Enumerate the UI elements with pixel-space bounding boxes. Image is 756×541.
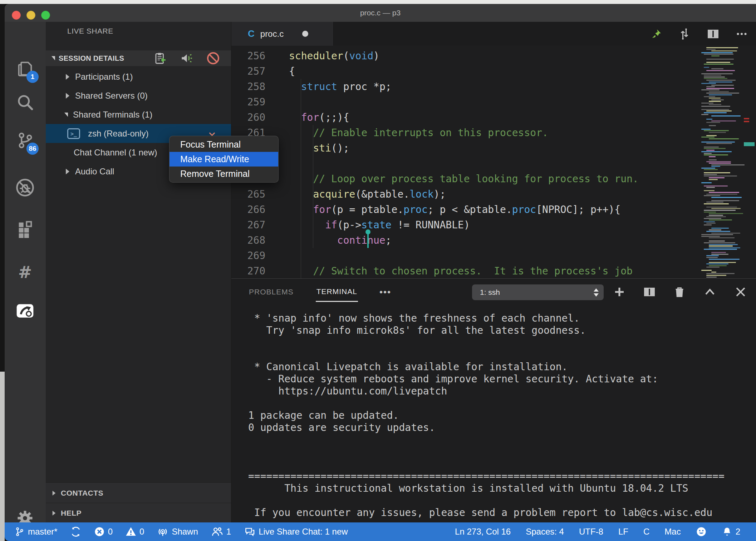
status-bar: master*00Shawn1Live Share Chat: 1 new Ln… xyxy=(5,522,756,541)
activity-item-slack[interactable]: # xyxy=(14,262,36,283)
code-line[interactable]: 267 if(p->state != RUNNABLE) xyxy=(231,217,756,233)
sidebar-section-contacts[interactable]: CONTACTS xyxy=(46,482,231,503)
status-utf-8[interactable]: UTF-8 xyxy=(579,527,603,537)
code-line[interactable]: 266 for(p = ptable.proc; p < &ptable.pro… xyxy=(231,202,756,217)
pin-icon[interactable] xyxy=(650,28,662,40)
status-1[interactable]: 1 xyxy=(211,526,231,538)
sidebar-section-help[interactable]: HELP xyxy=(46,503,231,523)
tree-item-shared-servers-0-[interactable]: Shared Servers (0) xyxy=(46,86,231,105)
compare-changes-icon[interactable] xyxy=(678,28,691,40)
split-terminal-icon[interactable] xyxy=(643,286,656,298)
minimap-line xyxy=(704,218,721,219)
panel-more-icon[interactable]: ••• xyxy=(379,287,391,298)
screen: proc.c — p3 186# LIVE SHARE SESSION DETA… xyxy=(0,0,756,541)
activity-item-live-share[interactable] xyxy=(14,300,36,322)
minimap-line xyxy=(711,233,740,234)
tab-filename: proc.c xyxy=(260,29,284,39)
status-smiley[interactable] xyxy=(696,526,707,537)
activity-item-debug[interactable] xyxy=(14,177,36,198)
debug-disabled-icon xyxy=(15,178,35,197)
more-actions-icon[interactable] xyxy=(735,28,748,40)
chevron-expanded-icon xyxy=(64,113,68,117)
kill-terminal-icon[interactable] xyxy=(673,286,686,298)
maximize-panel-icon[interactable] xyxy=(703,285,717,299)
activity-item-source-control[interactable]: 86 xyxy=(14,130,36,151)
status-mac[interactable]: Mac xyxy=(664,527,681,537)
tree-item-shared-terminals-1-[interactable]: Shared Terminals (1) xyxy=(46,105,231,124)
minimap-line xyxy=(706,70,735,71)
status-live[interactable]: Live Share Chat: 1 new xyxy=(244,526,348,537)
split-editor-icon[interactable] xyxy=(707,28,720,40)
tree-item-label: Shared Terminals (1) xyxy=(73,110,152,120)
menu-item-focus-terminal[interactable]: Focus Terminal xyxy=(170,137,278,152)
minimap-line xyxy=(704,195,720,196)
code-editor[interactable]: 256scheduler(void)257{258 struct proc *p… xyxy=(231,46,756,278)
branch-icon xyxy=(15,527,25,537)
terminal-output[interactable]: * 'snap info' now shows the freshness of… xyxy=(248,312,725,531)
code-line[interactable]: 258 struct proc *p; xyxy=(231,79,756,94)
terminal-panel: PROBLEMSTERMINAL••• 1: ssh * 'snap info'… xyxy=(231,278,756,522)
clipboard-copy-icon[interactable] xyxy=(153,51,167,65)
activity-item-extensions[interactable] xyxy=(14,218,36,239)
panel-tab-terminal[interactable]: TERMINAL xyxy=(316,282,358,302)
status-0[interactable]: 0 xyxy=(126,526,144,537)
code-line[interactable]: 264 // Loop over process table looking f… xyxy=(231,171,756,187)
code-line[interactable]: 263 xyxy=(231,156,756,171)
status-spaces[interactable]: Spaces: 4 xyxy=(526,527,564,537)
minimap-line xyxy=(711,68,723,69)
minimap-line xyxy=(701,236,720,237)
activity-item-search[interactable] xyxy=(14,91,36,113)
code-line[interactable]: 269 xyxy=(231,248,756,263)
warning-icon xyxy=(126,526,136,537)
minimap-line xyxy=(706,161,731,162)
session-details-header[interactable]: SESSION DETAILS xyxy=(46,50,231,66)
title-bar[interactable]: proc.c — p3 xyxy=(5,4,756,22)
menu-item-remove-terminal[interactable]: Remove Terminal xyxy=(170,167,278,181)
status-2[interactable]: 2 xyxy=(722,526,740,537)
code-line[interactable]: 257{ xyxy=(231,64,756,79)
live-share-icon xyxy=(15,301,35,321)
code-line[interactable]: 256scheduler(void) xyxy=(231,48,756,64)
activity-item-explorer[interactable]: 1 xyxy=(14,58,36,79)
minimap-line xyxy=(706,187,715,188)
chevron-right-icon xyxy=(53,491,56,496)
status-sync[interactable] xyxy=(70,526,81,537)
live-share-sidebar: LIVE SHARE SESSION DETAILS Participants … xyxy=(46,22,231,522)
status-master*[interactable]: master* xyxy=(15,527,58,537)
terminal-picker-select[interactable]: 1: ssh xyxy=(472,284,604,300)
minimap-line xyxy=(704,190,715,191)
code-line[interactable]: 261 // Enable interrupts on this process… xyxy=(231,125,756,140)
code-line[interactable]: 259 xyxy=(231,94,756,110)
minimap-line xyxy=(701,73,733,74)
modified-dot-icon[interactable] xyxy=(302,31,308,37)
code-line[interactable]: 265 acquire(&ptable.lock); xyxy=(231,187,756,202)
tab-proc-c[interactable]: C proc.c xyxy=(231,22,334,46)
code-line[interactable]: 270 // Switch to chosen process. It is t… xyxy=(231,263,756,278)
status-lf[interactable]: LF xyxy=(618,527,628,537)
status-ln[interactable]: Ln 273, Col 16 xyxy=(455,527,511,537)
status-shawn[interactable]: Shawn xyxy=(157,526,198,537)
block-icon[interactable] xyxy=(206,51,220,65)
panel-tab-problems[interactable]: PROBLEMS xyxy=(248,283,294,301)
code-text: // Loop over process table looking for p… xyxy=(289,171,639,187)
tree-item-participants-1-[interactable]: Participants (1) xyxy=(46,67,231,86)
speaker-icon[interactable] xyxy=(180,51,193,65)
minimap-line xyxy=(706,202,723,203)
minimap-line xyxy=(709,247,740,248)
minimap-line xyxy=(706,277,717,278)
menu-item-make-read-write[interactable]: Make Read/Write xyxy=(170,152,278,167)
code-line[interactable]: 260 for(;;){ xyxy=(231,110,756,125)
status-label: 2 xyxy=(736,527,740,537)
minimap-line xyxy=(704,130,729,131)
minimap-line xyxy=(701,234,733,235)
new-terminal-icon[interactable] xyxy=(613,286,626,298)
code-line[interactable]: 268 continue; xyxy=(231,233,756,248)
status-0[interactable]: 0 xyxy=(94,526,113,537)
status-c[interactable]: C xyxy=(643,527,649,537)
minimap[interactable] xyxy=(699,46,746,278)
line-number: 267 xyxy=(231,217,265,233)
close-panel-icon[interactable] xyxy=(734,285,747,299)
minimap-line xyxy=(704,221,715,222)
minimap-line xyxy=(711,252,726,253)
code-line[interactable]: 262 sti(); xyxy=(231,140,756,156)
